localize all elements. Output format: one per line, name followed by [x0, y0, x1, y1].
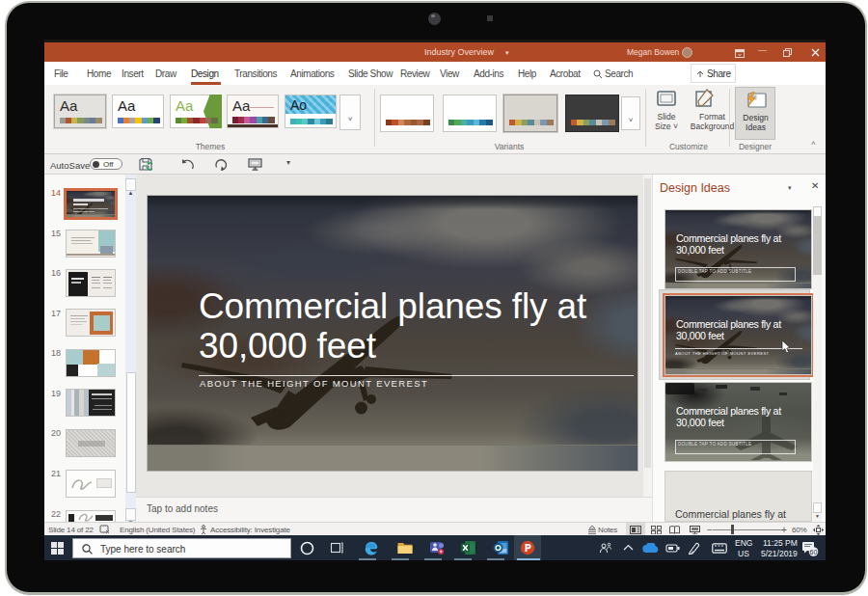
- svg-text:60: 60: [810, 549, 818, 555]
